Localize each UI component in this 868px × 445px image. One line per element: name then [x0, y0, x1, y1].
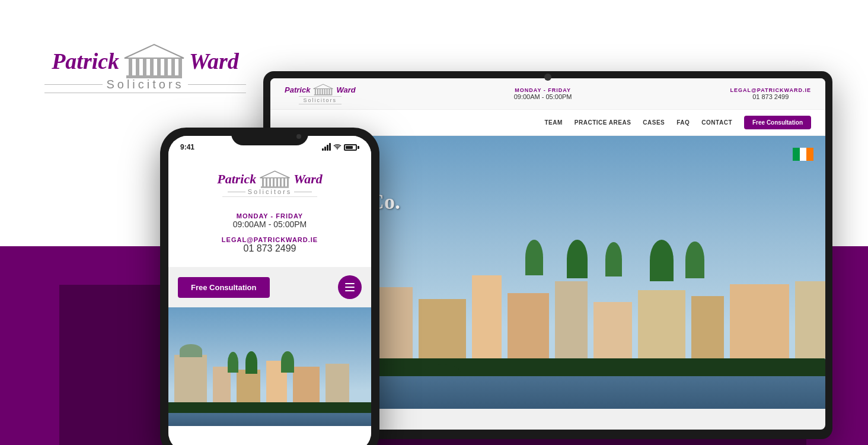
laptop-camera [544, 74, 551, 81]
phone-logo-row: Patrick [217, 169, 323, 189]
logo-solicitors-text: Solicitors [106, 78, 184, 91]
phone-contact-area: MONDAY - FRIDAY 09:00AM - 05:00PM LEGAL@… [168, 206, 371, 263]
phone-hours: 09:00AM - 05:00PM [180, 220, 359, 229]
tree-5 [685, 241, 704, 278]
battery-fill [346, 146, 353, 149]
svg-marker-20 [260, 171, 290, 178]
logo-ward-text: Ward [189, 48, 239, 74]
building-7 [638, 290, 685, 358]
tree-1 [525, 240, 543, 275]
topleft-logo: Patrick Ward [44, 42, 246, 93]
svg-rect-13 [320, 89, 321, 95]
svg-marker-0 [125, 44, 184, 58]
phone-temple-icon [259, 169, 291, 189]
svg-rect-5 [157, 58, 161, 76]
svg-rect-24 [273, 178, 275, 187]
svg-rect-15 [324, 89, 326, 95]
phone-logo-area: Patrick [168, 157, 371, 206]
building-8 [691, 296, 724, 358]
website-email-label: LEGAL@PATRICKWARD.IE [730, 87, 811, 93]
svg-rect-18 [331, 89, 333, 95]
battery-body [344, 144, 357, 151]
temple-icon [122, 42, 187, 80]
phone-river [168, 413, 371, 426]
building-5 [555, 281, 588, 358]
svg-rect-23 [269, 178, 271, 187]
website-logo-ward: Ward [336, 85, 355, 94]
building-9 [730, 284, 789, 358]
website-temple-icon [312, 83, 334, 96]
phone-building-4 [293, 367, 320, 402]
building-2 [419, 299, 466, 358]
website-logo-name: Patrick [285, 83, 356, 96]
svg-rect-28 [287, 178, 289, 187]
logo-patrick-text: Patrick [52, 48, 119, 74]
signal-icon [322, 144, 331, 151]
nav-faq[interactable]: FAQ [676, 119, 690, 126]
building-3 [472, 275, 502, 358]
svg-marker-10 [314, 84, 333, 89]
h-line-2 [345, 287, 355, 288]
nav-team[interactable]: TEAM [544, 119, 562, 126]
website-logo-patrick: Patrick [285, 85, 310, 94]
phone-building-5 [326, 364, 349, 402]
phone-menu-button[interactable] [338, 275, 362, 299]
phone-camera [296, 134, 301, 139]
building-6 [593, 302, 632, 358]
svg-rect-26 [280, 178, 282, 187]
website-phone: 01 873 2499 [730, 93, 811, 100]
website-header: Patrick [270, 78, 825, 110]
phone-hero [168, 307, 371, 426]
hamburger-icon [345, 283, 355, 291]
svg-rect-17 [329, 89, 330, 95]
website-hours-info: MONDAY - FRIDAY 09:00AM - 05:00PM [514, 87, 572, 100]
phone-tree-2 [245, 351, 257, 374]
svg-rect-8 [178, 58, 182, 76]
svg-rect-4 [150, 58, 154, 76]
phone-days-label: MONDAY - FRIDAY [180, 212, 359, 220]
nav-contact[interactable]: CONTACT [701, 119, 732, 126]
h-line-3 [345, 290, 355, 291]
laptop-cta-button[interactable]: Free Consultation [744, 116, 811, 129]
svg-rect-3 [143, 58, 146, 76]
svg-rect-1 [129, 58, 132, 76]
phone-building-2 [237, 370, 260, 402]
phone-time: 9:41 [180, 143, 194, 151]
building-4 [508, 293, 549, 358]
svg-rect-6 [164, 58, 168, 76]
tree-2 [567, 240, 588, 278]
nav-cases[interactable]: CASES [643, 119, 665, 126]
svg-rect-7 [171, 58, 175, 76]
website-logo-solicitors: Solicitors [299, 96, 342, 104]
phone-screen: 9:41 [168, 136, 371, 445]
phone-content: Patrick [168, 136, 371, 445]
wifi-icon [333, 144, 342, 151]
website-contact-info: LEGAL@PATRICKWARD.IE 01 873 2499 [730, 87, 811, 100]
phone-logo: Patrick [217, 169, 323, 197]
svg-rect-27 [283, 178, 285, 187]
phone-frame: 9:41 [160, 128, 379, 445]
phone-phone: 01 873 2499 [180, 243, 359, 254]
irish-flag [793, 148, 813, 161]
svg-rect-2 [136, 58, 139, 76]
signal-bar-1 [322, 148, 324, 151]
signal-bar-2 [324, 147, 326, 151]
website-logo: Patrick [285, 83, 356, 104]
website-hours: 09:00AM - 05:00PM [514, 93, 572, 100]
svg-rect-12 [317, 89, 318, 95]
phone-tree-3 [281, 351, 294, 373]
nav-practice-areas[interactable]: PRACTICE AREAS [575, 119, 631, 126]
signal-bar-4 [329, 143, 331, 151]
phone-logo-patrick: Patrick [217, 171, 256, 187]
phone-device: 9:41 [160, 128, 379, 445]
svg-rect-11 [315, 89, 316, 95]
phone-logo-solicitors: Solicitors [248, 188, 292, 195]
main-container: Patrick Ward [0, 0, 868, 445]
phone-notch [231, 128, 308, 145]
svg-rect-21 [262, 178, 264, 187]
building-1 [377, 287, 413, 358]
svg-rect-16 [327, 89, 328, 95]
phone-cta-button[interactable]: Free Consultation [178, 277, 270, 298]
phone-action-bar: Free Consultation [168, 267, 371, 307]
svg-rect-19 [314, 94, 333, 96]
